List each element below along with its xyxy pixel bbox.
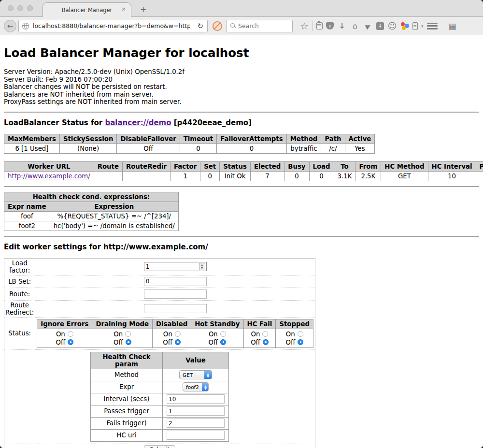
interval-row: Interval (secs) [91, 393, 229, 405]
minimize-window-button[interactable] [17, 5, 23, 11]
stopped-off-radio[interactable] [298, 339, 303, 345]
traffic-lights [8, 5, 33, 11]
route-redirect-input[interactable] [144, 304, 207, 313]
toolbar-icons: ☆ ∨ ↓ ⌂ ▶ ↓ ☺ ▾ ▦ [299, 21, 457, 31]
hc-fail-off-radio[interactable] [263, 339, 269, 345]
select-arrows-icon: ▲▼ [204, 371, 212, 379]
disabled-radios: On Off [153, 329, 191, 347]
home-icon[interactable]: ⌂ [350, 21, 360, 31]
divider [4, 112, 479, 113]
url-input[interactable] [32, 22, 191, 30]
draining-mode-radios: On Off [92, 329, 153, 347]
number-spinner-icon[interactable]: ▲▼ [199, 263, 205, 270]
stopped-on-radio[interactable] [298, 331, 303, 337]
table-header-row: Health Check param Value [91, 352, 229, 369]
balancer-demo-link[interactable]: balancer://demo [105, 118, 171, 127]
route-input[interactable] [144, 289, 207, 299]
method-select[interactable]: GET ▲▼ [179, 370, 212, 379]
url-bar[interactable]: ↻ [18, 20, 208, 32]
method-label: Method [91, 369, 163, 381]
hot-standby-off-radio[interactable] [220, 339, 226, 345]
passes-row: Passes trigger [91, 405, 229, 417]
fails-label: Fails trigger) [91, 417, 163, 429]
route-row: Route: [4, 288, 315, 300]
reading-list-icon[interactable] [316, 22, 323, 29]
load-factor-label: Load factor: [4, 258, 35, 275]
submit-button[interactable]: Submit [144, 445, 175, 448]
server-info: Server Version: Apache/2.5.0-dev (Unix) … [4, 68, 479, 106]
submit-row: Submit [4, 444, 315, 448]
fails-input[interactable] [167, 419, 225, 428]
passes-input[interactable] [167, 406, 225, 416]
draining-mode-off-radio[interactable] [126, 339, 131, 345]
proxypass-note-line: ProxyPass settings are NOT inherited fro… [4, 98, 182, 105]
hc-uri-label: HC uri [91, 429, 163, 441]
table-row: foof2 hc('body') =~ /domain is establish… [4, 221, 179, 231]
lb-set-row: LB Set: [4, 275, 315, 288]
lb-set-input[interactable] [144, 277, 207, 286]
server-version-line: Server Version: Apache/2.5.0-dev (Unix) … [4, 68, 185, 75]
browser-window: Balancer Manager × + ← ↻ ☆ ∨ ↓ ⌂ ▶ ↓ ☺ [0, 0, 483, 448]
ignore-errors-radios: On Off [37, 329, 92, 347]
load-factor-row: Load factor: ▲▼ [4, 258, 315, 275]
content-blocked-icon[interactable] [213, 21, 222, 31]
navigation-toolbar: ← ↻ ☆ ∨ ↓ ⌂ ▶ ↓ ☺ ▾ ▦ [0, 17, 483, 35]
overflow-caret-icon[interactable]: ▾ [421, 24, 424, 29]
divider [4, 186, 479, 187]
hc-fail-on-radio[interactable] [262, 331, 268, 337]
route-redirect-label: Route Redirect: [4, 300, 35, 317]
search-box[interactable] [226, 20, 293, 32]
hc-fail-radios: On Off [243, 329, 276, 347]
passes-label: Passes trigger [91, 405, 163, 417]
bookmark-star-icon[interactable]: ☆ [299, 21, 309, 31]
back-button[interactable]: ← [4, 20, 16, 32]
new-tab-button[interactable]: + [140, 6, 146, 14]
close-window-button[interactable] [8, 5, 14, 11]
lb-set-label: LB Set: [4, 275, 35, 288]
interval-input[interactable] [167, 394, 225, 404]
zoom-window-button[interactable] [27, 5, 33, 11]
fails-row: Fails trigger) [91, 417, 229, 429]
edit-worker-heading: Edit worker settings for http://www.exam… [4, 243, 479, 251]
browser-tab[interactable]: Balancer Manager × [43, 2, 131, 17]
load-factor-input[interactable] [144, 262, 207, 271]
disabled-on-radio[interactable] [175, 331, 181, 337]
method-row: Method GET ▲▼ [91, 369, 229, 381]
hot-standby-on-radio[interactable] [220, 331, 226, 337]
colored-dots-extension-icon[interactable] [400, 22, 409, 30]
table-header-row: MaxMembers StickySession DisableFailover… [4, 134, 375, 144]
tab-groups-grid-icon[interactable]: ▦ [448, 21, 457, 31]
worker-url-link[interactable]: http://www.example.com/ [8, 173, 90, 180]
draining-mode-on-radio[interactable] [125, 331, 131, 337]
radio-row: On Off On Off On Off [37, 329, 313, 347]
hc-uri-input[interactable] [167, 431, 225, 440]
status-radio-table: Ignore Errors Draining Mode Disabled Hot… [37, 319, 313, 348]
table-header-row: Worker URL Route RouteRedir Factor Set S… [4, 161, 483, 171]
stopped-radios: On Off [276, 329, 313, 347]
downloads-icon[interactable]: ↓ [337, 21, 347, 31]
disabled-off-radio[interactable] [175, 339, 181, 345]
ignore-errors-off-radio[interactable] [68, 339, 73, 345]
interval-label: Interval (secs) [91, 393, 163, 405]
pocket-icon[interactable]: ∨ [326, 22, 334, 29]
expr-label: Expr [91, 381, 163, 393]
send-tab-icon[interactable]: ▶ [361, 19, 374, 32]
edit-worker-form: Load factor: ▲▼ LB Set: Route: Route Red… [4, 258, 315, 448]
tab-title: Balancer Manager [62, 7, 113, 14]
tab-close-icon[interactable]: × [121, 6, 126, 12]
feedback-smiley-icon[interactable]: ☺ [387, 21, 397, 31]
inherit-note-line: Balancers are NOT inherited from main se… [4, 91, 154, 98]
status-label: Status: [4, 317, 35, 349]
battery-extension-icon[interactable] [412, 22, 418, 30]
menu-hamburger-icon[interactable] [427, 23, 438, 29]
hot-standby-radios: On Off [191, 329, 243, 347]
reload-icon[interactable]: ↻ [193, 22, 207, 30]
expr-select[interactable]: foof2 ▲▼ [183, 382, 209, 391]
search-input[interactable] [237, 22, 292, 30]
extension-download-icon[interactable]: ↓ [376, 22, 384, 30]
persist-note-line: Balancer changes will NOT be persisted o… [4, 83, 167, 90]
site-identity-globe-icon[interactable] [22, 23, 29, 29]
ignore-errors-on-radio[interactable] [68, 331, 73, 337]
health-check-params-row: Health Check param Value Method GET ▲▼ [4, 349, 315, 444]
page-content: Load Balancer Manager for localhost Serv… [0, 35, 483, 448]
